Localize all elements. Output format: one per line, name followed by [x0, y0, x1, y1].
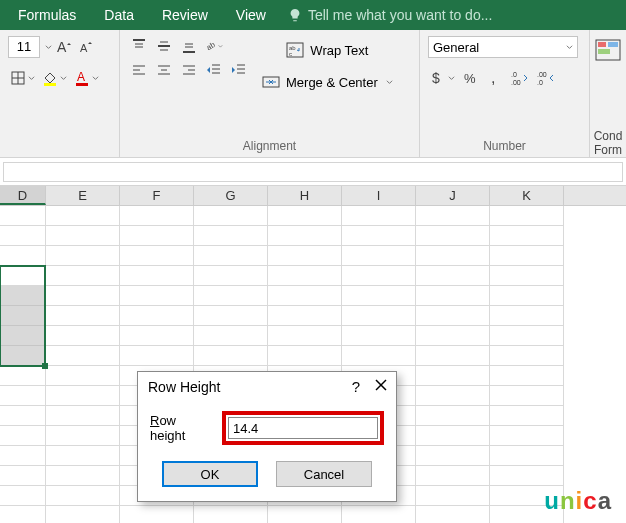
- cell[interactable]: [490, 266, 564, 286]
- cell[interactable]: [490, 466, 564, 486]
- cancel-button[interactable]: Cancel: [276, 461, 372, 487]
- cell[interactable]: [268, 326, 342, 346]
- column-header-d[interactable]: D: [0, 186, 46, 205]
- cell[interactable]: [490, 246, 564, 266]
- cell[interactable]: [342, 326, 416, 346]
- tell-me-search[interactable]: Tell me what you want to do...: [280, 7, 500, 23]
- cell[interactable]: [416, 346, 490, 366]
- align-top-button[interactable]: [128, 36, 150, 56]
- cell[interactable]: [268, 226, 342, 246]
- cell[interactable]: [416, 506, 490, 523]
- cell[interactable]: [194, 506, 268, 523]
- cell[interactable]: [490, 346, 564, 366]
- cell[interactable]: [0, 506, 46, 523]
- cell[interactable]: [342, 226, 416, 246]
- align-center-button[interactable]: [153, 60, 175, 80]
- cell[interactable]: [46, 326, 120, 346]
- cell[interactable]: [120, 286, 194, 306]
- align-right-button[interactable]: [178, 60, 200, 80]
- cell[interactable]: [194, 246, 268, 266]
- cell[interactable]: [490, 306, 564, 326]
- cell[interactable]: [120, 246, 194, 266]
- cell[interactable]: [46, 426, 120, 446]
- cell[interactable]: [46, 206, 120, 226]
- cell[interactable]: [490, 226, 564, 246]
- cell[interactable]: [268, 286, 342, 306]
- cell[interactable]: [46, 406, 120, 426]
- cell[interactable]: [416, 306, 490, 326]
- cell[interactable]: [342, 306, 416, 326]
- dialog-help-button[interactable]: ?: [352, 378, 360, 395]
- tab-review[interactable]: Review: [148, 0, 222, 30]
- cell[interactable]: [268, 346, 342, 366]
- cell[interactable]: [416, 206, 490, 226]
- number-format-dropdown[interactable]: General: [428, 36, 578, 58]
- cell[interactable]: [46, 286, 120, 306]
- cell[interactable]: [46, 226, 120, 246]
- cell[interactable]: [342, 206, 416, 226]
- cell[interactable]: [120, 226, 194, 246]
- increase-font-size-button[interactable]: A: [55, 37, 75, 57]
- cell[interactable]: [194, 226, 268, 246]
- cell[interactable]: [416, 486, 490, 506]
- cell[interactable]: [342, 286, 416, 306]
- cell[interactable]: [416, 406, 490, 426]
- cell[interactable]: [0, 206, 46, 226]
- conditional-formatting-button[interactable]: [592, 36, 624, 68]
- decrease-decimal-button[interactable]: .00.0: [535, 68, 557, 88]
- formula-input[interactable]: [3, 162, 623, 182]
- cell[interactable]: [490, 366, 564, 386]
- cell[interactable]: [194, 326, 268, 346]
- comma-format-button[interactable]: ,: [485, 68, 505, 88]
- cell[interactable]: [46, 266, 120, 286]
- cell[interactable]: [0, 446, 46, 466]
- cell[interactable]: [342, 346, 416, 366]
- chevron-down-icon[interactable]: [45, 44, 52, 51]
- cell[interactable]: [120, 506, 194, 523]
- align-middle-button[interactable]: [153, 36, 175, 56]
- borders-button[interactable]: [8, 68, 37, 88]
- cell[interactable]: [490, 286, 564, 306]
- column-header-g[interactable]: G: [194, 186, 268, 205]
- cell[interactable]: [46, 486, 120, 506]
- fill-handle[interactable]: [42, 363, 48, 369]
- column-header-i[interactable]: I: [342, 186, 416, 205]
- cell[interactable]: [46, 446, 120, 466]
- cell[interactable]: [46, 306, 120, 326]
- cell[interactable]: [268, 206, 342, 226]
- cell[interactable]: [490, 326, 564, 346]
- row-height-input[interactable]: [228, 417, 378, 439]
- cell[interactable]: [0, 486, 46, 506]
- cell[interactable]: [416, 266, 490, 286]
- cell[interactable]: [416, 326, 490, 346]
- font-color-button[interactable]: A: [72, 68, 101, 88]
- tab-data[interactable]: Data: [90, 0, 148, 30]
- increase-decimal-button[interactable]: .0.00: [509, 68, 531, 88]
- cell[interactable]: [194, 266, 268, 286]
- cell[interactable]: [342, 266, 416, 286]
- cell[interactable]: [416, 226, 490, 246]
- increase-indent-button[interactable]: [228, 60, 250, 80]
- column-header-j[interactable]: J: [416, 186, 490, 205]
- dialog-close-button[interactable]: [374, 378, 388, 395]
- cell[interactable]: [490, 406, 564, 426]
- cell[interactable]: [0, 406, 46, 426]
- cell[interactable]: [0, 226, 46, 246]
- percent-format-button[interactable]: %: [461, 68, 481, 88]
- column-header-e[interactable]: E: [46, 186, 120, 205]
- cell[interactable]: [46, 506, 120, 523]
- cell[interactable]: [46, 246, 120, 266]
- align-left-button[interactable]: [128, 60, 150, 80]
- cell[interactable]: [416, 446, 490, 466]
- cell[interactable]: [194, 286, 268, 306]
- merge-center-button[interactable]: Merge & Center: [260, 68, 399, 96]
- cell[interactable]: [416, 366, 490, 386]
- column-header-f[interactable]: F: [120, 186, 194, 205]
- cell[interactable]: [0, 426, 46, 446]
- cell[interactable]: [416, 466, 490, 486]
- font-size-input[interactable]: 11: [8, 36, 40, 58]
- cell[interactable]: [46, 466, 120, 486]
- cell[interactable]: [120, 206, 194, 226]
- cell[interactable]: [268, 246, 342, 266]
- cell[interactable]: [194, 206, 268, 226]
